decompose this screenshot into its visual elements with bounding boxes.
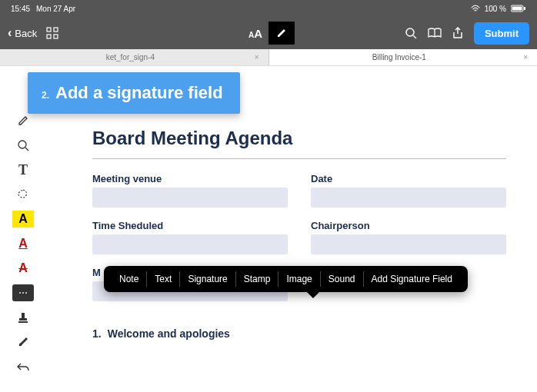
menu-image[interactable]: Image [279,274,319,284]
callout-number: 2. [42,90,49,101]
svg-rect-3 [47,28,51,32]
field-label: Date [311,173,506,184]
nav-bar: ‹ Back AA Submit [0,17,537,49]
svg-rect-4 [54,28,58,32]
svg-rect-6 [54,35,58,38]
field-meeting-venue: Meeting venue [92,173,288,208]
tabs-row: ket_for_sign-4 × Billing Invoice-1 × [0,49,537,66]
grid-icon[interactable] [46,27,58,39]
field-time-scheduled: Time Sheduled [92,220,288,254]
back-button[interactable]: ‹ Back [8,26,37,40]
undo-icon[interactable] [12,358,34,375]
tab-label: ket_for_sign-4 [8,53,253,61]
tab-document-partial[interactable]: ket_for_sign-4 × [0,49,268,65]
field-label: Chairperson [311,220,506,231]
highlight-tool-icon[interactable]: A [12,211,34,228]
comment-tool-icon[interactable]: ⋯ [12,284,34,301]
callout-text: Add a signature field [55,83,223,103]
svg-rect-13 [19,318,27,321]
back-label: Back [15,28,37,39]
ordered-list: 1.Welcome and apologies [92,327,506,340]
tab-label: Billing Invoice-1 [277,53,522,61]
close-icon[interactable]: × [253,53,261,61]
field-chairperson: Chairperson [311,220,506,254]
field-label: Meeting venue [92,173,288,184]
field-input[interactable] [311,234,506,254]
field-input[interactable] [311,188,506,208]
svg-line-11 [25,148,28,151]
search-icon[interactable] [405,27,417,39]
document-view[interactable]: Board Meeting Agenda Meeting venue Date … [46,66,537,392]
close-icon[interactable]: × [522,53,529,61]
field-input[interactable] [92,188,288,208]
brush-tool-icon[interactable] [12,334,34,350]
menu-text[interactable]: Text [147,274,179,284]
menu-sound[interactable]: Sound [321,274,363,284]
text-size-tool[interactable]: AA [242,22,268,45]
svg-point-7 [406,28,414,36]
stamp-tool-icon[interactable] [12,309,34,326]
book-icon[interactable] [428,28,442,38]
battery-text: 100 % [485,5,506,13]
strikethrough-tool-icon[interactable]: A [12,260,34,277]
battery-icon [511,5,526,12]
field-input[interactable] [92,234,288,254]
underline-tool-icon[interactable]: A [12,235,34,252]
tab-billing-invoice[interactable]: Billing Invoice-1 × [269,49,538,65]
wifi-icon [471,5,480,12]
status-time: 15:45 [11,5,30,13]
page-title: Board Meeting Agenda [92,128,506,149]
text-tool-icon[interactable]: T [12,161,34,178]
divider [92,158,506,159]
status-bar: 15:45 Mon 27 Apr 100 % [0,0,537,17]
list-text: Welcome and apologies [108,327,230,340]
submit-button[interactable]: Submit [474,22,529,45]
svg-rect-12 [22,313,25,318]
chevron-left-icon: ‹ [8,26,12,40]
svg-rect-14 [18,321,28,323]
edit-pen-tool[interactable] [268,22,295,45]
lasso-tool-icon[interactable] [12,186,34,203]
share-icon[interactable] [452,27,463,39]
svg-rect-1 [512,7,522,11]
status-date: Mon 27 Apr [36,5,75,13]
context-menu: Note Text Signature Stamp Image Sound Ad… [104,266,468,292]
field-date: Date [311,173,506,208]
tutorial-callout: 2. Add a signature field [28,72,240,114]
menu-add-signature-field[interactable]: Add Signature Field [364,274,460,284]
zoom-tool-icon[interactable] [12,137,34,154]
svg-point-10 [18,141,26,148]
menu-stamp[interactable]: Stamp [236,274,279,284]
menu-note[interactable]: Note [112,274,146,284]
draw-tool-icon[interactable] [12,112,34,129]
field-label: Time Sheduled [92,220,288,231]
list-number: 1. [92,327,102,340]
left-toolbar: T A A A ⋯ [0,66,46,392]
svg-rect-5 [47,35,51,38]
svg-rect-2 [524,7,525,10]
svg-line-8 [413,35,416,38]
menu-signature[interactable]: Signature [180,274,235,284]
list-item: 1.Welcome and apologies [92,327,506,340]
